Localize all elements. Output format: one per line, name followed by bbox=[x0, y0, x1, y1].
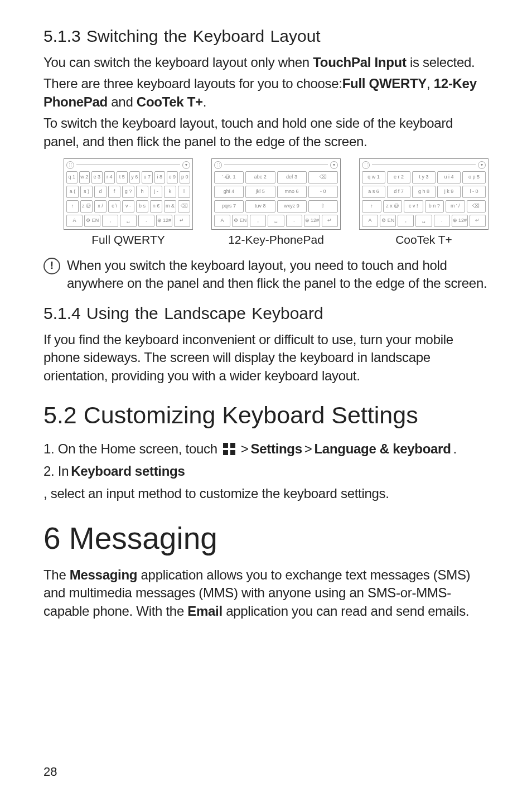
term-cootek-t: CooTek T+ bbox=[137, 94, 203, 109]
keyboard-key: v - bbox=[122, 200, 134, 212]
paragraph: If you find the keyboard inconvenient or… bbox=[43, 331, 489, 385]
heading-5-1-3: 5.1.3 Switching the Keyboard Layout bbox=[43, 27, 489, 46]
keyboard-row: a s 6d f 7g h 8j k 9l - 0 bbox=[362, 186, 486, 198]
keyboard-key: mno 6 bbox=[277, 186, 307, 198]
keyboard-key: , bbox=[398, 215, 414, 227]
step-2: 2. In Keyboard settings, select an input… bbox=[43, 461, 489, 504]
keyboard-key: a ( bbox=[66, 186, 79, 198]
keyboard-key: d bbox=[94, 186, 107, 198]
keyboard-key: y 6 bbox=[129, 171, 141, 183]
keyboard-row: A⚙ EN,␣.⊕ 12#↵ bbox=[66, 215, 190, 227]
keyboard-key: tuv 8 bbox=[245, 200, 275, 212]
keyboard-key: ⇧ bbox=[308, 200, 338, 212]
keyboard-key: ⊕ 12# bbox=[156, 215, 172, 227]
term-keyboard-settings: Keyboard settings bbox=[71, 461, 185, 481]
keyboard-key: o 9 bbox=[167, 171, 178, 183]
keyboard-row: q w 1e r 2t y 3u i 4o p 5 bbox=[362, 171, 486, 183]
keyboard-row: A⚙ EN,␣.⊕ 12#↵ bbox=[362, 215, 486, 227]
keyboard-phonepad: ⸬▾ '-@. 1abc 2def 3⌫ghi 4jkl 5mno 6- 0pq… bbox=[211, 158, 341, 230]
keyboard-key: u i 4 bbox=[437, 171, 461, 183]
keyboard-key: ⚙ EN bbox=[232, 215, 248, 227]
keyboard-row: ↑z @x /c \v -b sn €m &⌫ bbox=[66, 200, 190, 212]
keyboard-key: j k 9 bbox=[437, 186, 461, 198]
keyboard-key: o p 5 bbox=[462, 171, 486, 183]
text: . bbox=[453, 439, 457, 459]
keyboard-key: q 1 bbox=[66, 171, 78, 183]
step-1: 1. On the Home screen, touch > Settings … bbox=[43, 439, 489, 459]
text: 2. In bbox=[43, 461, 69, 481]
keyboard-key: jkl 5 bbox=[245, 186, 275, 198]
keyboard-key: z x @ bbox=[383, 200, 403, 212]
keyboard-row: A⚙ EN,␣.⊕ 12#↵ bbox=[214, 215, 338, 227]
keyboard-key: A bbox=[66, 215, 83, 227]
keyboard-key: ⌫ bbox=[467, 200, 486, 212]
text: > bbox=[304, 439, 312, 459]
steps-list: 1. On the Home screen, touch > Settings … bbox=[43, 439, 489, 504]
dropdown-icon: ▾ bbox=[330, 161, 338, 169]
keyboard-row: ghi 4jkl 5mno 6- 0 bbox=[214, 186, 338, 198]
heading-chapter-6: 6 Messaging bbox=[43, 520, 489, 556]
keyboard-key: w 2 bbox=[79, 171, 90, 183]
dropdown-icon: ▾ bbox=[182, 161, 190, 169]
keyboard-key: ↵ bbox=[174, 215, 190, 227]
figure-phonepad: ⸬▾ '-@. 1abc 2def 3⌫ghi 4jkl 5mno 6- 0pq… bbox=[211, 158, 341, 247]
text: application you can read and send emails… bbox=[223, 603, 469, 619]
note-callout: ! When you switch the keyboard layout, y… bbox=[43, 257, 489, 293]
keyboard-key: ghi 4 bbox=[214, 186, 244, 198]
keyboard-figures: ⸬▾ q 1w 2e 3r 4t 5y 6u 7i 8o 9p 0a (s )d… bbox=[64, 158, 489, 247]
text: is selected. bbox=[407, 55, 475, 70]
keyboard-key: l bbox=[178, 186, 190, 198]
text: You can switch the keyboard layout only … bbox=[43, 55, 313, 70]
text: and bbox=[108, 94, 137, 109]
keyboard-key: g h 8 bbox=[412, 186, 436, 198]
term-touchpal-input: TouchPal Input bbox=[313, 55, 406, 70]
keyboard-key: u 7 bbox=[142, 171, 153, 183]
keyboard-key: q w 1 bbox=[362, 171, 385, 183]
text: The bbox=[43, 567, 70, 582]
keyboard-key: ⚙ EN bbox=[84, 215, 100, 227]
info-icon: ! bbox=[43, 258, 60, 274]
keyboard-key: m ' / bbox=[446, 200, 465, 212]
keyboard-key: h bbox=[136, 186, 148, 198]
text: . bbox=[203, 94, 206, 109]
keyboard-key: abc 2 bbox=[245, 171, 275, 183]
keyboard-key: ⊕ 12# bbox=[304, 215, 320, 227]
keyboard-key: A bbox=[362, 215, 378, 227]
drag-handle-icon: ⸬ bbox=[66, 161, 74, 169]
keyboard-key: n € bbox=[150, 200, 162, 212]
keyboard-key: ⊕ 12# bbox=[452, 215, 468, 227]
keyboard-key: . bbox=[138, 215, 154, 227]
keyboard-row: ↑z x @c v !b n ?m ' /⌫ bbox=[362, 200, 486, 212]
keyboard-key: pqrs 7 bbox=[214, 200, 244, 212]
keyboard-key: e 3 bbox=[91, 171, 103, 183]
keyboard-key: b s bbox=[136, 200, 148, 212]
paragraph: To switch the keyboard layout, touch and… bbox=[43, 114, 489, 151]
text: > bbox=[241, 439, 249, 459]
keyboard-key: t y 3 bbox=[412, 171, 436, 183]
keyboard-key: ⌫ bbox=[178, 200, 190, 212]
keyboard-key: ⌫ bbox=[308, 171, 338, 183]
figure-full-qwerty: ⸬▾ q 1w 2e 3r 4t 5y 6u 7i 8o 9p 0a (s )d… bbox=[64, 158, 193, 247]
keyboard-key: , bbox=[102, 215, 118, 227]
keyboard-key: ↵ bbox=[470, 215, 486, 227]
note-text: When you switch the keyboard layout, you… bbox=[67, 257, 489, 293]
text: , select an input method to customize th… bbox=[43, 484, 389, 504]
text: There are three keyboard layouts for you… bbox=[43, 76, 342, 91]
keyboard-key: p 0 bbox=[180, 171, 191, 183]
keyboard-key: '-@. 1 bbox=[214, 171, 244, 183]
term-language-keyboard: Language & keyboard bbox=[315, 439, 451, 459]
keyboard-key: b n ? bbox=[425, 200, 444, 212]
document-page: 5.1.3 Switching the Keyboard Layout You … bbox=[0, 0, 532, 797]
paragraph: The Messaging application allows you to … bbox=[43, 566, 489, 620]
keyboard-key: . bbox=[286, 215, 302, 227]
keyboard-key: l - 0 bbox=[462, 186, 486, 198]
keyboard-key: m & bbox=[164, 200, 176, 212]
keyboard-key: s ) bbox=[80, 186, 93, 198]
figure-caption: CooTek T+ bbox=[395, 233, 452, 247]
keyboard-key: i 8 bbox=[154, 171, 166, 183]
keyboard-key: j - bbox=[150, 186, 162, 198]
keyboard-cootek: ⸬▾ q w 1e r 2t y 3u i 4o p 5a s 6d f 7g … bbox=[359, 158, 489, 230]
keyboard-key: ↑ bbox=[66, 200, 79, 212]
heading-5-2: 5.2 Customizing Keyboard Settings bbox=[43, 402, 489, 429]
apps-grid-icon bbox=[223, 443, 235, 455]
